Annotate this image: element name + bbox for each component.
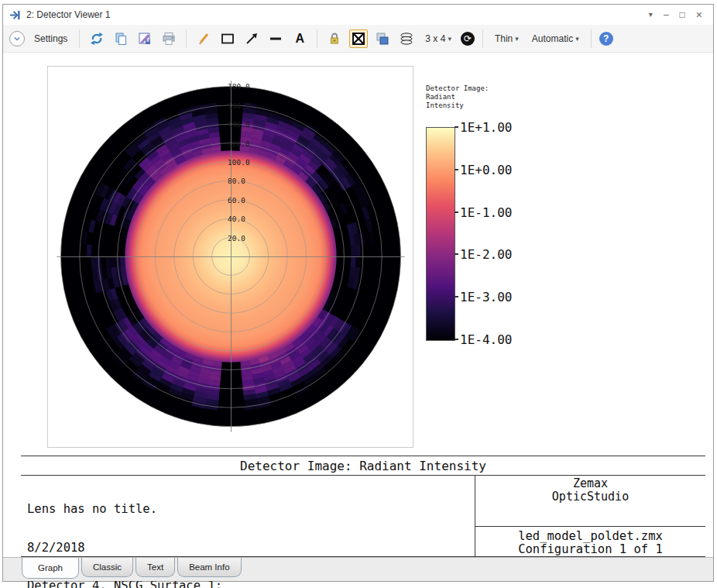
line-annotation-button[interactable] bbox=[266, 29, 285, 48]
help-button[interactable]: ? bbox=[599, 32, 613, 46]
save-image-button[interactable] bbox=[136, 29, 154, 48]
configuration-label: Configuration 1 of 1 bbox=[475, 543, 705, 556]
chevron-down-icon: ▾ bbox=[448, 35, 451, 43]
branding-divider bbox=[475, 526, 705, 527]
branding-panel: Zemax OpticStudio led_model_poldet.zmx C… bbox=[475, 475, 705, 556]
brand-product: OpticStudio bbox=[475, 490, 705, 504]
toolbar-separator bbox=[482, 29, 483, 48]
lock-button[interactable] bbox=[325, 29, 344, 48]
tab-strip: Graph Classic Text Beam Info bbox=[3, 557, 713, 581]
toolbar: Settings A 3 x 4▾ ⟳ Thin▾ Automatic▾ ? bbox=[3, 25, 713, 53]
colorbar-labels: 1E+1.00 1E+0.00 1E-1.00 1E-2.00 1E-3.00 … bbox=[460, 127, 530, 339]
window-menu-button[interactable]: ▾ bbox=[649, 11, 653, 19]
detector-viewer-window: 2: Detector Viewer 1 ▾ – □ × Settings bbox=[2, 4, 714, 582]
legend-title: Detector Image: Radiant Intensity bbox=[426, 84, 489, 110]
file-name: led_model_poldet.zmx bbox=[475, 530, 705, 543]
chevron-down-icon: ▾ bbox=[575, 35, 579, 43]
colorbar-label: 1E-1.00 bbox=[460, 205, 512, 219]
plot-title: Detector Image: Radiant Intensity bbox=[21, 456, 705, 476]
tab-beam-info[interactable]: Beam Info bbox=[177, 558, 241, 577]
colorbar-label: 1E+0.00 bbox=[460, 162, 512, 177]
settings-button[interactable]: Settings bbox=[30, 32, 71, 46]
rotate-button[interactable]: ⟳ bbox=[461, 32, 475, 46]
colorbar-ticks bbox=[455, 127, 459, 339]
copy-button[interactable] bbox=[111, 29, 130, 48]
stack-icon[interactable] bbox=[397, 29, 416, 48]
colorbar-label: 1E+1.00 bbox=[460, 120, 512, 135]
text-annotation-button[interactable]: A bbox=[290, 29, 309, 48]
polar-plot-area[interactable] bbox=[47, 66, 413, 448]
refresh-button[interactable] bbox=[87, 29, 106, 48]
close-button[interactable]: × bbox=[696, 9, 702, 20]
screen: 2: Detector Viewer 1 ▾ – □ × Settings bbox=[0, 0, 717, 588]
rectangle-annotation-button[interactable] bbox=[218, 29, 237, 48]
tab-classic[interactable]: Classic bbox=[81, 558, 133, 577]
tab-text[interactable]: Text bbox=[136, 558, 175, 577]
colorbar-label: 1E-2.00 bbox=[460, 247, 512, 262]
colorbar bbox=[426, 127, 455, 341]
settings-expander-icon[interactable] bbox=[9, 31, 25, 46]
tab-graph[interactable]: Graph bbox=[22, 558, 79, 579]
color-mode-dropdown[interactable]: Automatic▾ bbox=[528, 32, 583, 46]
toolbar-separator bbox=[79, 29, 80, 48]
grid-size-dropdown[interactable]: 3 x 4▾ bbox=[421, 32, 455, 46]
print-button[interactable] bbox=[160, 29, 178, 48]
toolbar-separator bbox=[591, 29, 592, 48]
detector-image-canvas[interactable] bbox=[48, 67, 413, 447]
fit-window-button[interactable] bbox=[349, 29, 368, 48]
minimize-button[interactable]: – bbox=[664, 10, 669, 19]
colorbar-label: 1E-3.00 bbox=[460, 290, 512, 304]
arrow-annotation-button[interactable] bbox=[242, 29, 261, 48]
detector-viewer-icon bbox=[9, 9, 21, 21]
info-panel: Lens has no title. 8/2/2018 Detector 4, … bbox=[21, 475, 705, 557]
toolbar-separator bbox=[186, 29, 187, 48]
colorbar-label: 1E-4.00 bbox=[460, 332, 512, 347]
overlay-window-button[interactable] bbox=[373, 29, 392, 48]
toolbar-separator bbox=[317, 29, 317, 48]
pencil-annotation-button[interactable] bbox=[194, 29, 213, 48]
window-title: 2: Detector Viewer 1 bbox=[26, 9, 111, 20]
info-line: Lens has no title. bbox=[27, 503, 475, 516]
chevron-down-icon: ▾ bbox=[515, 35, 519, 43]
brand-name: Zemax bbox=[475, 477, 705, 490]
maximize-button[interactable]: □ bbox=[680, 10, 685, 19]
info-line: 8/2/2018 bbox=[27, 542, 475, 555]
line-thickness-dropdown[interactable]: Thin▾ bbox=[491, 32, 523, 46]
title-bar: 2: Detector Viewer 1 ▾ – □ × bbox=[3, 5, 713, 26]
